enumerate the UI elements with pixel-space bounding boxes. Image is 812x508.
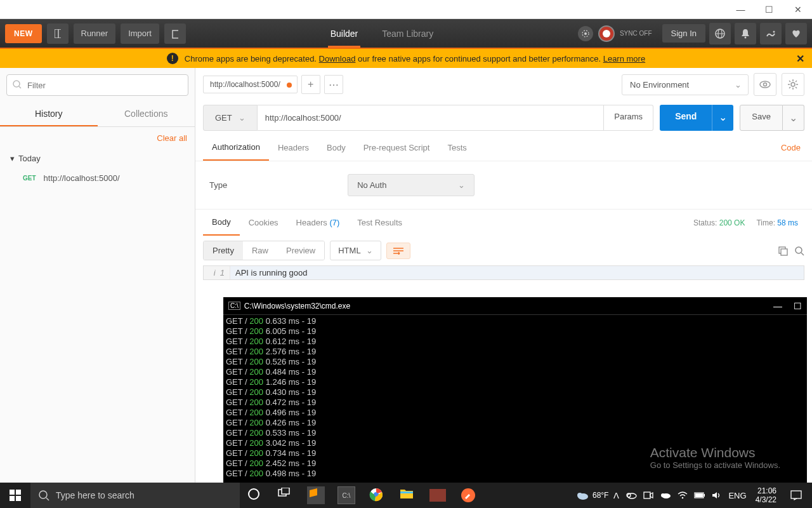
request-tab[interactable]: http://localhost:5000/ [203, 76, 298, 93]
tray-battery-icon[interactable] [694, 492, 705, 498]
taskbar-search[interactable]: Type here to search [30, 483, 240, 508]
tray-volume-icon[interactable] [712, 491, 722, 500]
params-button[interactable]: Params [604, 105, 653, 131]
request-tabs: http://localhost:5000/ + ⋯ [203, 75, 617, 94]
method-select[interactable]: GET ⌄ [203, 105, 258, 131]
app-generic-icon[interactable] [422, 483, 453, 508]
cortana-icon[interactable] [240, 483, 270, 508]
search-response-button[interactable] [794, 246, 804, 256]
svg-line-36 [46, 498, 49, 500]
headers-tab[interactable]: Headers [269, 135, 318, 160]
app-sublime-icon[interactable] [301, 483, 331, 508]
download-link[interactable]: Download [319, 54, 356, 64]
window-minimize-button[interactable]: — [726, 0, 755, 19]
environment-settings-button[interactable] [782, 73, 804, 96]
settings-icon[interactable] [760, 23, 782, 44]
svg-line-13 [19, 86, 21, 88]
weather-widget[interactable]: 68°F [576, 490, 608, 500]
browse-icon[interactable] [709, 23, 731, 44]
history-item[interactable]: GET http://localhost:5000/ [0, 168, 195, 188]
search-icon [38, 490, 49, 501]
filter-input[interactable] [6, 74, 188, 96]
builder-tab[interactable]: Builder [328, 20, 361, 48]
signin-button[interactable]: Sign In [662, 24, 705, 43]
pretty-button[interactable]: Pretty [204, 241, 243, 260]
action-center-icon[interactable] [785, 490, 807, 500]
environment-select[interactable]: No Environment ⌄ [622, 74, 749, 95]
app-explorer-icon[interactable] [392, 483, 422, 508]
new-window-button[interactable] [164, 23, 186, 44]
new-button[interactable]: NEW [5, 24, 42, 43]
body-tab[interactable]: Body [318, 135, 355, 160]
save-button[interactable]: Save [740, 105, 783, 131]
toggle-sidebar-button[interactable] [47, 23, 69, 44]
history-tab[interactable]: History [0, 102, 98, 126]
task-view-icon[interactable] [270, 483, 301, 508]
team-library-tab[interactable]: Team Library [379, 20, 436, 48]
sidebar: History Collections Clear all ▾ Today GE… [0, 68, 195, 483]
response-headers-tab[interactable]: Headers (7) [287, 210, 349, 235]
tray-language[interactable]: ENG [728, 491, 746, 500]
wrap-lines-button[interactable] [386, 243, 410, 259]
raw-button[interactable]: Raw [243, 241, 277, 260]
tray-meet-icon[interactable] [643, 491, 653, 499]
tray-onedrive-icon[interactable] [625, 491, 637, 499]
banner-close-button[interactable]: ✕ [796, 53, 804, 65]
url-input[interactable] [258, 105, 605, 131]
import-button[interactable]: Import [121, 23, 159, 44]
authorization-tab[interactable]: Authorization [203, 135, 269, 161]
cmd-maximize-button[interactable]: ☐ [794, 301, 802, 311]
svg-line-23 [789, 87, 790, 88]
tray-cloud-icon[interactable] [660, 491, 671, 499]
response-body[interactable]: i 1 API is running good [203, 265, 804, 280]
response-body-tab[interactable]: Body [203, 210, 240, 236]
tray-wifi-icon[interactable] [678, 491, 688, 499]
auth-type-label: Type [209, 180, 227, 190]
status-value: 200 OK [719, 218, 745, 227]
tests-tab[interactable]: Tests [438, 135, 475, 160]
response-cookies-tab[interactable]: Cookies [240, 210, 287, 235]
svg-point-35 [39, 491, 47, 498]
language-select[interactable]: HTML⌄ [330, 241, 381, 260]
cmd-titlebar[interactable]: C:\ C:\Windows\system32\cmd.exe — ☐ [223, 297, 807, 315]
capture-icon[interactable] [578, 26, 593, 41]
start-button[interactable] [0, 483, 30, 508]
toolbar-tabs: Builder Team Library [191, 20, 573, 48]
tab-options-button[interactable]: ⋯ [324, 75, 343, 94]
heart-icon[interactable] [785, 23, 807, 44]
preview-button[interactable]: Preview [277, 241, 324, 260]
clear-all-link[interactable]: Clear all [157, 133, 187, 143]
environment-quicklook-button[interactable] [754, 73, 776, 96]
svg-point-11 [773, 30, 775, 32]
app-chrome-icon[interactable] [362, 483, 392, 508]
search-icon [13, 80, 22, 89]
history-section-today[interactable]: ▾ Today [0, 149, 195, 168]
send-dropdown-button[interactable]: ⌄ [712, 105, 733, 131]
save-dropdown-button[interactable]: ⌄ [783, 105, 804, 131]
add-tab-button[interactable]: + [301, 75, 320, 94]
sync-status-text: SYNC OFF [620, 30, 652, 37]
tray-chevron-icon[interactable]: ᐱ [613, 491, 619, 500]
window-maximize-button[interactable]: ☐ [755, 0, 783, 19]
copy-response-button[interactable] [778, 246, 788, 256]
system-tray: 68°F ᐱ ENG 21:06 4/3/22 [576, 486, 812, 504]
app-cmd-icon[interactable]: C:\ [331, 483, 362, 508]
send-button[interactable]: Send [660, 105, 712, 131]
learn-more-link[interactable]: Learn more [603, 54, 645, 64]
request-subtabs: Authorization Headers Body Pre-request S… [195, 135, 812, 161]
window-close-button[interactable]: ✕ [783, 0, 812, 19]
app-postman-icon[interactable] [453, 483, 483, 508]
response-tests-tab[interactable]: Test Results [348, 210, 411, 235]
auth-type-select[interactable]: No Auth ⌄ [348, 174, 475, 196]
notifications-icon[interactable] [735, 23, 756, 44]
prerequest-tab[interactable]: Pre-request Script [355, 135, 439, 160]
sync-status-icon[interactable] [598, 25, 615, 42]
svg-rect-31 [10, 490, 15, 495]
taskbar-clock[interactable]: 21:06 4/3/22 [752, 486, 780, 504]
runner-button[interactable]: Runner [74, 23, 116, 44]
code-link[interactable]: Code [781, 143, 804, 152]
layout-icon [55, 29, 61, 38]
collections-tab[interactable]: Collections [98, 102, 195, 126]
svg-rect-33 [10, 496, 15, 501]
cmd-minimize-button[interactable]: — [773, 301, 782, 311]
